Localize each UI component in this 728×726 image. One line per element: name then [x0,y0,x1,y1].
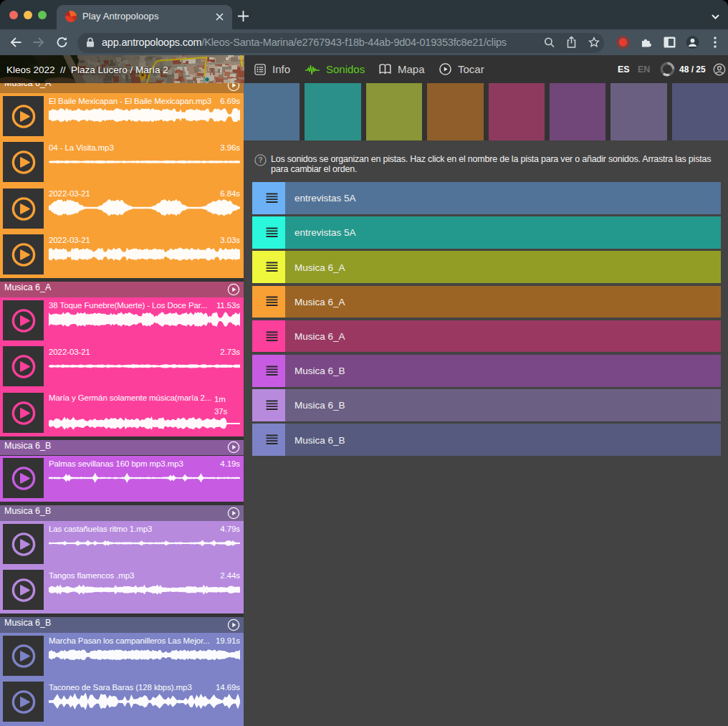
svg-text:?: ? [258,156,262,164]
